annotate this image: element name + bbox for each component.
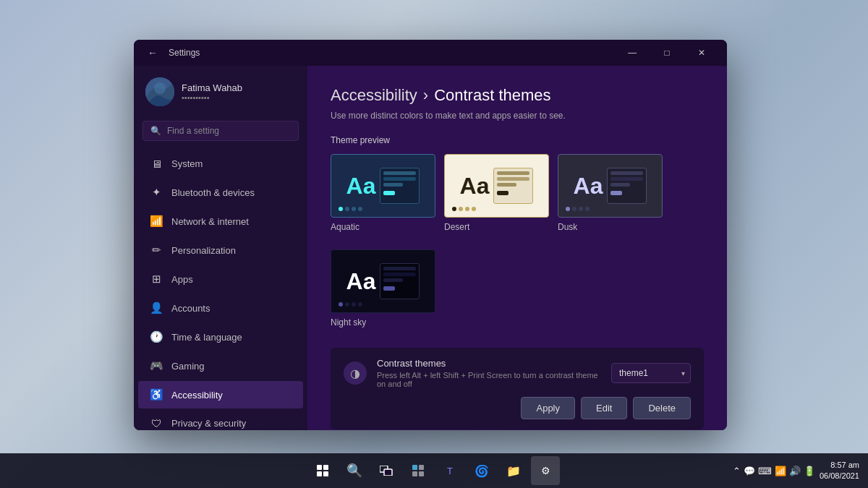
setting-title: Contrast themes	[377, 358, 601, 369]
desert-panel	[493, 168, 533, 204]
svg-rect-7	[384, 469, 392, 476]
edit-button[interactable]: Edit	[581, 397, 627, 419]
clock[interactable]: 8:57 am 06/08/2021	[820, 460, 859, 482]
edge-button[interactable]: 🌀	[467, 456, 496, 485]
sidebar-item-accessibility[interactable]: ♿ Accessibility	[138, 381, 303, 408]
volume-icon[interactable]: 🔊	[789, 466, 801, 476]
desert-label: Desert	[444, 222, 549, 232]
teams-button[interactable]: T	[435, 456, 464, 485]
apps-icon: ⊞	[150, 273, 163, 286]
sidebar-item-system[interactable]: 🖥 System	[138, 150, 303, 177]
close-button[interactable]: ✕	[685, 41, 718, 64]
taskview-button[interactable]	[372, 456, 401, 485]
apply-button[interactable]: Apply	[521, 397, 575, 419]
sidebar-item-label: Personalization	[171, 245, 236, 256]
sidebar-item-accounts[interactable]: 👤 Accounts	[138, 294, 303, 322]
system-tray[interactable]: ⌃ 💬 ⌨ 📶 🔊 🔋	[733, 466, 815, 476]
sidebar-item-privacy[interactable]: 🛡 Privacy & security	[138, 410, 303, 430]
sidebar-item-time[interactable]: 🕐 Time & language	[138, 323, 303, 351]
sidebar-item-label: Bluetooth & devices	[171, 187, 255, 198]
search-input[interactable]	[167, 126, 291, 136]
delete-button[interactable]: Delete	[633, 397, 691, 419]
taskbar: 🔍 T 🌀 📁 ⚙ ⌃	[0, 453, 868, 488]
dusk-aa: Aa	[574, 173, 603, 200]
aquatic-label: Aquatic	[331, 222, 435, 232]
setting-text: Contrast themes Press left Alt + left Sh…	[377, 358, 601, 388]
minimize-button[interactable]: —	[616, 41, 649, 64]
dropdown-wrap[interactable]: None Aquatic Desert Dusk Night sky theme…	[611, 363, 691, 383]
svg-rect-11	[419, 471, 424, 476]
contrast-setting-box: ◑ Contrast themes Press left Alt + left …	[331, 348, 704, 429]
dusk-label: Dusk	[558, 222, 663, 232]
notifications-icon[interactable]: 💬	[744, 466, 755, 476]
system-icon: 🖥	[150, 158, 163, 170]
nightsky-aa: Aa	[346, 268, 376, 295]
section-label: Theme preview	[331, 135, 704, 145]
start-button[interactable]	[308, 456, 337, 485]
bluetooth-icon: ✦	[150, 186, 163, 199]
theme-preview-row2: Aa	[331, 249, 704, 333]
setting-desc: Press left Alt + left Shift + Print Scre…	[377, 371, 601, 388]
theme-dusk[interactable]: Aa	[558, 154, 663, 238]
nightsky-dots	[339, 302, 362, 307]
svg-rect-10	[412, 471, 417, 476]
maximize-button[interactable]: □	[650, 41, 684, 64]
chevron-icon[interactable]: ⌃	[733, 466, 741, 476]
dusk-panel	[607, 168, 647, 204]
wifi-icon[interactable]: 📶	[775, 466, 786, 476]
setting-row: ◑ Contrast themes Press left Alt + left …	[344, 358, 691, 388]
avatar	[145, 77, 174, 106]
contrast-icon: ◑	[350, 367, 360, 380]
sidebar-item-label: Apps	[171, 274, 193, 285]
sidebar-item-label: Privacy & security	[171, 418, 246, 429]
theme-aquatic[interactable]: Aa	[331, 154, 435, 238]
svg-rect-8	[412, 465, 417, 470]
button-row: Apply Edit Delete	[344, 397, 691, 419]
personalization-icon: ✏	[150, 244, 163, 257]
sidebar-item-bluetooth[interactable]: ✦ Bluetooth & devices	[138, 179, 303, 206]
network-icon: 📶	[150, 215, 163, 228]
theme-preview-row1: Aa	[331, 154, 704, 238]
page-description: Use more distinct colors to make text an…	[331, 111, 704, 121]
contrast-theme-dropdown[interactable]: None Aquatic Desert Dusk Night sky theme…	[611, 363, 691, 383]
user-email: ••••••••••	[182, 93, 242, 102]
taskbar-right: ⌃ 💬 ⌨ 📶 🔊 🔋 8:57 am 06/08/2021	[733, 460, 868, 482]
window-body: Fatima Wahab •••••••••• 🔍 🖥 System ✦ Blu…	[134, 66, 727, 430]
page-header: Accessibility › Contrast themes Use more…	[331, 86, 704, 121]
breadcrumb-current: Contrast themes	[434, 86, 550, 105]
accounts-icon: 👤	[150, 301, 163, 314]
sidebar-item-label: Accessibility	[171, 390, 223, 401]
window-title: Settings	[169, 48, 616, 58]
svg-rect-3	[323, 465, 328, 470]
svg-rect-9	[419, 465, 424, 470]
search-taskbar-button[interactable]: 🔍	[340, 456, 369, 485]
time-icon: 🕐	[150, 330, 163, 343]
breadcrumb-parent: Accessibility	[331, 86, 417, 105]
nightsky-panel	[380, 263, 420, 299]
settings-taskbar-button[interactable]: ⚙	[531, 456, 560, 485]
nightsky-label: Night sky	[331, 317, 435, 328]
widgets-button[interactable]	[404, 456, 433, 485]
sidebar: Fatima Wahab •••••••••• 🔍 🖥 System ✦ Blu…	[134, 66, 307, 430]
sidebar-item-apps[interactable]: ⊞ Apps	[138, 265, 303, 293]
sidebar-item-network[interactable]: 📶 Network & internet	[138, 207, 303, 235]
search-box[interactable]: 🔍	[142, 121, 299, 141]
aquatic-panel	[380, 168, 420, 204]
settings-window: ← Settings — □ ✕	[134, 40, 727, 430]
keyboard-icon[interactable]: ⌨	[758, 466, 772, 476]
sidebar-item-label: Network & internet	[171, 216, 249, 227]
sidebar-item-label: System	[171, 158, 203, 169]
user-info: Fatima Wahab ••••••••••	[182, 82, 242, 102]
sidebar-item-personalization[interactable]: ✏ Personalization	[138, 236, 303, 264]
dusk-dots	[566, 207, 590, 211]
title-bar: ← Settings — □ ✕	[134, 40, 727, 66]
theme-nightsky[interactable]: Aa	[331, 249, 435, 333]
user-section[interactable]: Fatima Wahab ••••••••••	[134, 72, 307, 118]
sidebar-item-gaming[interactable]: 🎮 Gaming	[138, 352, 303, 380]
theme-desert[interactable]: Aa	[444, 154, 549, 238]
svg-point-1	[154, 82, 166, 94]
explorer-button[interactable]: 📁	[499, 456, 528, 485]
breadcrumb: Accessibility › Contrast themes	[331, 86, 704, 105]
battery-icon[interactable]: 🔋	[804, 466, 815, 476]
back-button[interactable]: ←	[142, 43, 163, 63]
